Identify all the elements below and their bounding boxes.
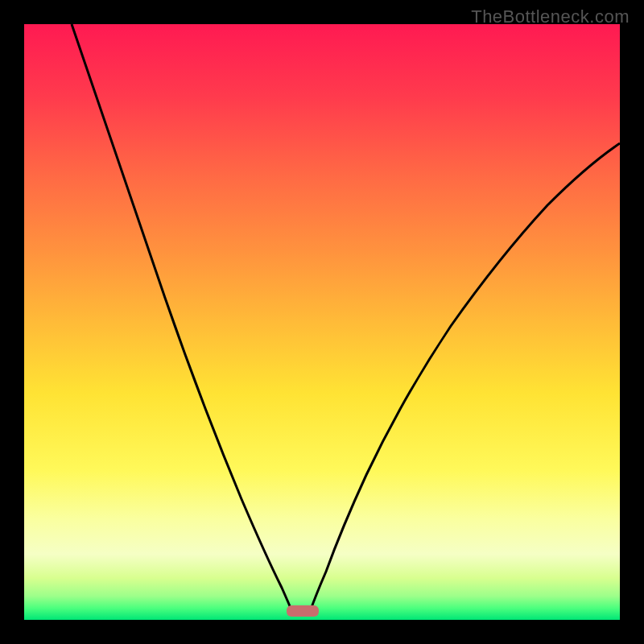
curves-layer xyxy=(24,24,620,620)
optimal-range-marker xyxy=(287,605,319,617)
right-curve xyxy=(310,143,620,612)
watermark-text: TheBottleneck.com xyxy=(471,6,630,27)
chart-plot-area xyxy=(24,24,620,620)
left-curve xyxy=(72,24,292,612)
